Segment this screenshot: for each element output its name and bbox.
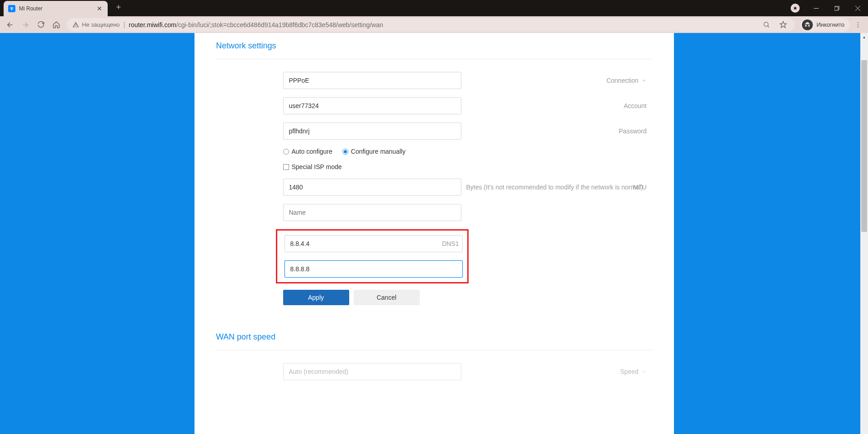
checkbox-special-isp[interactable]: Special ISP mode <box>283 163 342 170</box>
account-input[interactable] <box>283 97 461 114</box>
password-input[interactable] <box>283 123 461 140</box>
radio-configure-manually[interactable]: Configure manually <box>342 148 406 155</box>
reload-button[interactable] <box>33 18 48 32</box>
back-button[interactable] <box>3 18 17 32</box>
svg-point-8 <box>858 22 859 23</box>
dns1-input[interactable] <box>285 235 463 252</box>
new-tab-button[interactable]: + <box>112 1 125 14</box>
section-title-wan-speed: WAN port speed <box>216 332 652 350</box>
chevron-down-icon <box>641 78 647 83</box>
svg-point-0 <box>11 9 12 10</box>
mtu-hint: Bytes (It's not recommended to modify if… <box>466 179 643 196</box>
close-icon[interactable]: ✕ <box>96 5 103 12</box>
minimize-icon[interactable] <box>806 0 826 16</box>
page-viewport: Network settings PPPoE Connection Accoun… <box>0 33 868 434</box>
url-text: router.miwifi.com/cgi-bin/luci/;stok=cbc… <box>129 21 757 28</box>
maximize-icon[interactable] <box>826 0 847 16</box>
name-input[interactable] <box>283 204 461 221</box>
wan-speed-suffix: Speed <box>620 363 646 380</box>
bookmark-icon[interactable] <box>777 19 789 31</box>
mtu-input[interactable] <box>283 179 461 196</box>
apply-button[interactable]: Apply <box>283 290 349 305</box>
account-suffix: Account <box>624 97 647 114</box>
svg-point-9 <box>858 24 859 25</box>
svg-point-10 <box>858 26 859 27</box>
zoom-icon[interactable] <box>760 19 773 31</box>
forward-button[interactable] <box>18 18 33 32</box>
home-button[interactable] <box>49 18 63 32</box>
radio-icon <box>342 149 348 155</box>
profile-button[interactable]: Инкогнито <box>800 18 850 32</box>
address-bar[interactable]: Не защищено | router.miwifi.com/cgi-bin/… <box>67 18 795 32</box>
connection-select[interactable]: PPPoE <box>283 72 461 89</box>
warning-icon <box>72 21 79 28</box>
svg-line-7 <box>768 26 769 27</box>
browser-tab[interactable]: Mi Router ✕ <box>4 1 108 16</box>
close-window-icon[interactable] <box>847 0 868 16</box>
scroll-up-icon[interactable]: ▴ <box>860 33 868 41</box>
scrollbar[interactable]: ▴ <box>860 33 868 434</box>
connection-suffix: Connection <box>607 72 647 89</box>
page-content: Network settings PPPoE Connection Accoun… <box>194 33 674 434</box>
incognito-icon <box>802 19 813 30</box>
cancel-button[interactable]: Cancel <box>354 290 420 305</box>
scrollbar-thumb[interactable] <box>861 60 867 232</box>
dns-highlight-box: DNS1 <box>276 229 469 283</box>
radio-auto-configure[interactable]: Auto configure <box>283 148 332 155</box>
dns2-input[interactable] <box>285 260 463 278</box>
checkbox-icon <box>283 164 289 170</box>
wan-speed-select[interactable]: Auto (recommended) <box>283 363 461 380</box>
browser-toolbar: Не защищено | router.miwifi.com/cgi-bin/… <box>0 16 868 33</box>
wifi-icon <box>8 5 15 12</box>
svg-point-6 <box>764 22 768 26</box>
chevron-down-icon <box>641 369 647 374</box>
svg-rect-3 <box>835 7 838 10</box>
menu-button[interactable] <box>851 18 865 32</box>
account-icon[interactable] <box>785 0 806 16</box>
security-warning[interactable]: Не защищено <box>72 21 120 28</box>
browser-titlebar: Mi Router ✕ + <box>0 0 868 16</box>
section-title-network: Network settings <box>216 41 652 59</box>
password-suffix: Password <box>619 123 646 140</box>
radio-icon <box>283 149 289 155</box>
tab-title: Mi Router <box>19 5 96 12</box>
